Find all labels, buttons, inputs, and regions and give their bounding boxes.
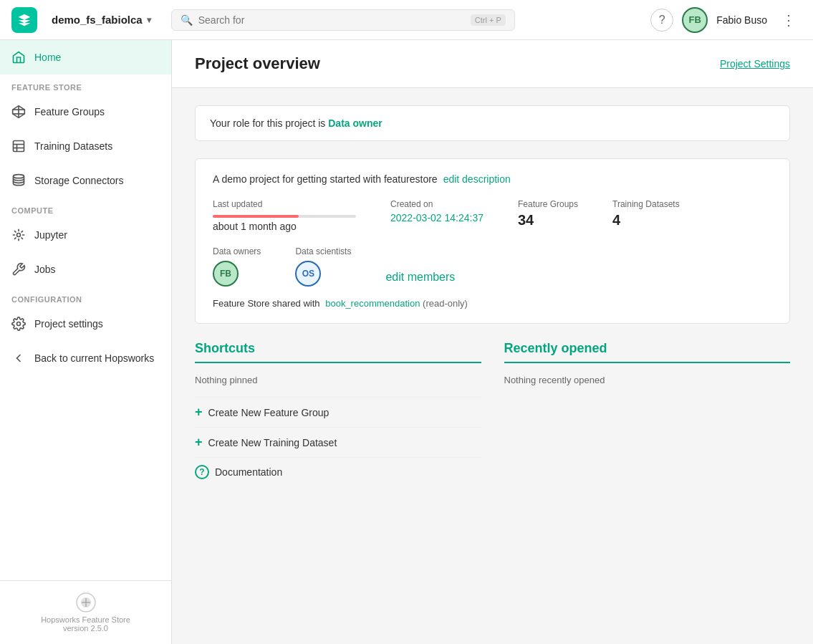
search-input[interactable] [198, 14, 465, 26]
edit-members-link[interactable]: edit members [385, 271, 455, 284]
sidebar-section-compute: Compute [0, 198, 171, 218]
progress-bar-container [213, 215, 356, 218]
shortcut-create-feature-group[interactable]: + Create New Feature Group [195, 397, 481, 427]
search-bar[interactable]: 🔍 Ctrl + P [171, 9, 515, 31]
help-button[interactable]: ? [650, 9, 673, 32]
nothing-pinned-text: Nothing pinned [195, 375, 481, 385]
project-name: demo_fs_fabiolca [52, 14, 143, 26]
description-row: A demo project for getting started with … [213, 173, 772, 185]
edit-description-link[interactable]: edit description [443, 173, 511, 185]
sidebar-item-jobs[interactable]: Jobs [0, 252, 171, 287]
sidebar-item-storage-connectors-label: Storage Connectors [34, 175, 124, 186]
sidebar-item-back-label: Back to current Hopsworks [34, 352, 154, 364]
back-icon [11, 351, 26, 365]
shared-prefix: Feature Store shared with [213, 298, 320, 309]
recently-opened-divider [504, 362, 791, 363]
feature-groups-stat-label: Feature Groups [518, 199, 578, 209]
description-text: A demo project for getting started with … [213, 173, 438, 185]
recently-opened-title: Recently opened [504, 341, 791, 356]
last-updated-value: about 1 month ago [213, 221, 356, 232]
data-owners-section: Data owners FB [213, 246, 261, 287]
sidebar-item-back[interactable]: Back to current Hopsworks [0, 341, 171, 375]
feature-groups-icon [11, 105, 26, 119]
question-icon: ? [195, 465, 209, 479]
sidebar-item-home-label: Home [34, 52, 61, 63]
sidebar-item-home[interactable]: Home [0, 40, 171, 75]
topbar-right: ? FB Fabio Buso ⋮ [650, 7, 802, 33]
created-on-stat: Created on 2022-03-02 14:24:37 [390, 199, 484, 232]
main-header: Project overview Project Settings [172, 40, 813, 88]
two-col-section: Shortcuts Nothing pinned + Create New Fe… [195, 341, 790, 486]
sidebar-item-project-settings-label: Project settings [34, 318, 103, 330]
plus-icon-2: + [195, 435, 203, 450]
user-name: Fabio Buso [716, 14, 767, 26]
shortcut-3-label: Documentation [215, 466, 282, 478]
sidebar-item-training-datasets-label: Training Datasets [34, 140, 112, 152]
sidebar-section-configuration: Configuration [0, 287, 171, 307]
shortcuts-divider [195, 362, 481, 363]
role-text: Your role for this project is [210, 117, 325, 129]
sidebar-item-jupyter[interactable]: Jupyter [0, 218, 171, 252]
plus-icon: + [195, 405, 203, 420]
search-icon: 🔍 [181, 14, 193, 26]
data-scientists-label: Data scientists [295, 246, 351, 256]
hopsworks-logo-icon [76, 592, 96, 612]
app-logo[interactable] [11, 7, 37, 33]
sidebar: Home Feature Store Feature Groups Traini… [0, 40, 172, 644]
svg-point-9 [17, 234, 21, 237]
jobs-icon [11, 262, 26, 277]
shortcut-create-training-dataset[interactable]: + Create New Training Dataset [195, 427, 481, 457]
project-selector[interactable]: demo_fs_fabiolca ▾ [46, 11, 157, 29]
sidebar-section-feature-store: Feature Store [0, 75, 171, 95]
svg-point-10 [17, 322, 21, 326]
search-shortcut: Ctrl + P [471, 14, 506, 26]
sidebar-item-storage-connectors[interactable]: Storage Connectors [0, 163, 171, 198]
nothing-recent-text: Nothing recently opened [504, 375, 791, 385]
created-on-value: 2022-03-02 14:24:37 [390, 212, 484, 224]
jupyter-icon [11, 228, 26, 242]
svg-point-8 [14, 175, 24, 178]
shared-project-name[interactable]: book_recommendation [325, 298, 420, 309]
page-title: Project overview [195, 54, 320, 73]
svg-rect-4 [14, 141, 24, 152]
stats-row: Last updated about 1 month ago Created o… [213, 199, 772, 232]
sidebar-item-project-settings[interactable]: Project settings [0, 307, 171, 341]
sidebar-item-feature-groups-label: Feature Groups [34, 106, 105, 117]
role-value: Data owner [328, 117, 382, 129]
shortcuts-title: Shortcuts [195, 341, 481, 356]
more-button[interactable]: ⋮ [776, 9, 802, 32]
training-datasets-count: 4 [612, 212, 680, 229]
shared-readonly-text: (read-only) [423, 298, 468, 309]
role-banner: Your role for this project is Data owner [195, 105, 790, 141]
layout: Home Feature Store Feature Groups Traini… [0, 40, 813, 644]
scientist-avatar-os: OS [295, 261, 321, 287]
home-icon [11, 50, 26, 64]
recently-opened-col: Recently opened Nothing recently opened [504, 341, 791, 486]
sidebar-item-jupyter-label: Jupyter [34, 229, 67, 241]
shortcut-1-label: Create New Feature Group [208, 407, 329, 418]
sidebar-item-training-datasets[interactable]: Training Datasets [0, 129, 171, 163]
training-datasets-stat: Training Datasets 4 [612, 199, 680, 232]
shared-row: Feature Store shared with book_recommend… [213, 298, 772, 309]
main-content: Project overview Project Settings Your r… [172, 40, 813, 644]
data-owners-label: Data owners [213, 246, 261, 256]
progress-bar [213, 215, 299, 218]
shortcuts-col: Shortcuts Nothing pinned + Create New Fe… [195, 341, 481, 486]
app-version-text: Hopsworks Feature Store version 2.5.0 [41, 615, 130, 633]
topbar: demo_fs_fabiolca ▾ 🔍 Ctrl + P ? FB Fabio… [0, 0, 813, 40]
training-datasets-stat-label: Training Datasets [612, 199, 680, 209]
shortcut-documentation[interactable]: ? Documentation [195, 457, 481, 486]
project-settings-link[interactable]: Project Settings [720, 58, 790, 69]
sidebar-footer: Hopsworks Feature Store version 2.5.0 [0, 580, 171, 644]
sidebar-item-jobs-label: Jobs [34, 264, 56, 275]
feature-groups-stat: Feature Groups 34 [518, 199, 578, 232]
user-avatar[interactable]: FB [682, 7, 708, 33]
data-scientists-section: Data scientists OS [295, 246, 351, 287]
sidebar-item-feature-groups[interactable]: Feature Groups [0, 95, 171, 129]
last-updated-stat: Last updated about 1 month ago [213, 199, 356, 232]
last-updated-label: Last updated [213, 199, 356, 209]
project-settings-icon [11, 317, 26, 331]
training-datasets-icon [11, 139, 26, 153]
feature-groups-count: 34 [518, 212, 578, 229]
created-on-label: Created on [390, 199, 484, 209]
